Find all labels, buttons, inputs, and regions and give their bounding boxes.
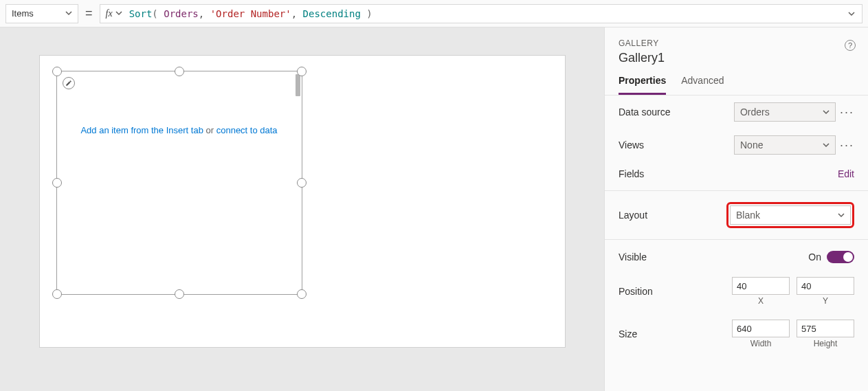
- scrollbar-thumb[interactable]: [296, 74, 300, 96]
- canvas-area: Add an item from the Insert tab or conne…: [0, 27, 604, 391]
- properties-panel: GALLERY Gallery1 ? Properties Advanced D…: [604, 27, 868, 391]
- data-source-label: Data source: [619, 107, 670, 118]
- resize-handle-ne[interactable]: [297, 67, 307, 76]
- formula-expand-chevron[interactable]: [847, 8, 856, 19]
- chevron-down-icon: [838, 210, 845, 221]
- formula-bar-area: Items = fx Sort( Orders, 'Order Number',…: [0, 0, 868, 27]
- data-source-select[interactable]: Orders: [734, 102, 836, 122]
- layout-highlight: Blank: [726, 202, 854, 228]
- position-y-input[interactable]: [797, 277, 854, 295]
- size-height-sublabel: Height: [814, 339, 838, 348]
- formula-text[interactable]: Sort( Orders, 'Order Number', Descending…: [129, 8, 840, 19]
- visible-state: On: [808, 252, 821, 262]
- size-height-input[interactable]: [797, 320, 854, 337]
- position-label: Position: [619, 286, 653, 297]
- size-width-sublabel: Width: [750, 339, 772, 348]
- tab-properties[interactable]: Properties: [619, 75, 666, 95]
- control-kind: GALLERY: [619, 38, 854, 48]
- visible-toggle[interactable]: [827, 251, 854, 263]
- fields-edit-link[interactable]: Edit: [838, 168, 854, 179]
- canvas[interactable]: Add an item from the Insert tab or conne…: [39, 55, 566, 348]
- control-name[interactable]: Gallery1: [619, 51, 854, 65]
- help-icon[interactable]: ?: [845, 40, 856, 51]
- resize-handle-s[interactable]: [175, 289, 184, 299]
- fx-dropdown[interactable]: fx: [106, 8, 122, 19]
- position-x-input[interactable]: [732, 277, 790, 295]
- edit-pencil-icon[interactable]: [63, 77, 75, 89]
- layout-label: Layout: [619, 210, 647, 221]
- position-x-sublabel: X: [758, 296, 764, 306]
- property-select-value: Items: [12, 8, 34, 19]
- fx-label: fx: [106, 8, 113, 19]
- chevron-down-icon: [65, 8, 72, 19]
- chevron-down-icon: [823, 139, 830, 150]
- property-select[interactable]: Items: [5, 4, 78, 23]
- resize-handle-e[interactable]: [297, 178, 307, 188]
- connect-data-link[interactable]: connect to data: [216, 125, 278, 135]
- size-label: Size: [619, 328, 637, 339]
- position-y-sublabel: Y: [823, 296, 828, 306]
- views-select[interactable]: None: [734, 135, 836, 155]
- chevron-down-icon: [823, 107, 830, 118]
- resize-handle-nw[interactable]: [52, 67, 62, 76]
- resize-handle-n[interactable]: [175, 67, 184, 76]
- size-width-input[interactable]: [732, 320, 790, 337]
- fields-label: Fields: [619, 168, 644, 179]
- tab-advanced[interactable]: Advanced: [681, 75, 724, 95]
- data-source-more-icon[interactable]: ···: [840, 109, 854, 115]
- gallery-placeholder: Add an item from the Insert tab or conne…: [57, 125, 302, 135]
- equals-label: =: [85, 6, 93, 21]
- formula-bar[interactable]: fx Sort( Orders, 'Order Number', Descend…: [100, 4, 863, 23]
- chevron-down-icon: [115, 8, 122, 19]
- resize-handle-sw[interactable]: [52, 289, 62, 299]
- layout-select[interactable]: Blank: [730, 205, 851, 225]
- selected-gallery[interactable]: Add an item from the Insert tab or conne…: [56, 71, 302, 295]
- views-more-icon[interactable]: ···: [840, 142, 854, 148]
- views-label: Views: [619, 139, 644, 150]
- resize-handle-w[interactable]: [52, 178, 62, 188]
- resize-handle-se[interactable]: [297, 289, 307, 299]
- visible-label: Visible: [619, 252, 647, 262]
- insert-item-link[interactable]: Add an item from the Insert tab: [80, 125, 203, 135]
